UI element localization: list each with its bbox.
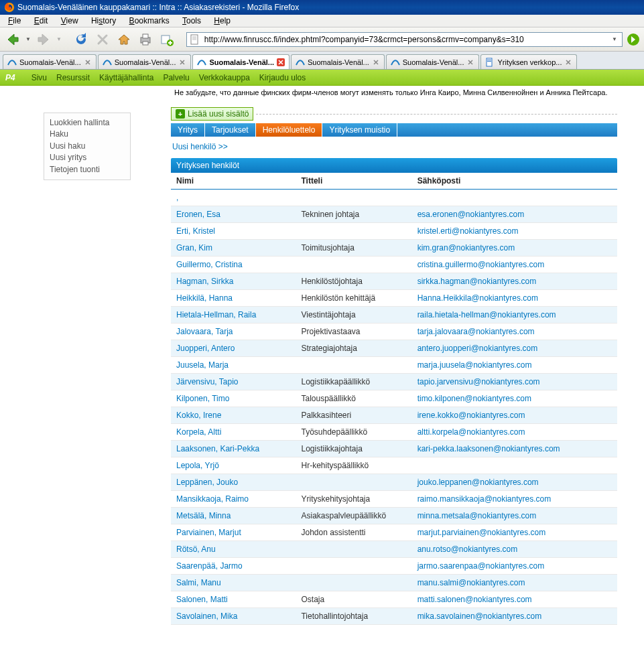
browser-tab[interactable]: Suomalais-Venäl... [98, 54, 192, 69]
home-button[interactable] [115, 31, 133, 48]
person-name-link[interactable]: Metsälä, Minna [176, 511, 231, 520]
browser-tab[interactable]: Suomalais-Venäl... [3, 54, 96, 69]
person-name-link[interactable]: Juusela, Marja [176, 360, 229, 370]
person-email-link[interactable]: kari-pekka.laaksonen@nokiantyres.com [417, 444, 560, 453]
browser-tab[interactable]: Suomalais-Venäl... [386, 54, 480, 69]
person-email-link[interactable]: marjut.parviainen@nokiantyres.com [417, 528, 546, 537]
close-icon[interactable] [372, 58, 380, 66]
person-email-link[interactable]: tapio.jarvensivu@nokiantyres.com [417, 377, 540, 386]
add-content-button[interactable]: + Lisää uusi sisältö [171, 107, 253, 121]
person-name-link[interactable]: Järvensivu, Tapio [176, 377, 239, 386]
appnav-sivu[interactable]: Sivu [31, 73, 47, 82]
reload-button[interactable] [72, 31, 90, 48]
person-name-link[interactable]: Parviainen, Marjut [176, 528, 241, 537]
person-email-link[interactable]: altti.korpela@nokiantyres.com [417, 427, 525, 437]
subtab[interactable]: Tarjoukset [205, 123, 256, 137]
sidebar-item[interactable]: Tietojen tuonti [50, 164, 125, 175]
person-email-link[interactable]: anu.rotso@nokiantyres.com [417, 545, 518, 554]
url-bar[interactable]: ▼ [186, 32, 623, 47]
subtab[interactable]: Yrityksen muistio [322, 123, 397, 137]
person-name-link[interactable]: Leppänen, Jouko [176, 478, 238, 487]
person-name-link[interactable]: Heikkilä, Hanna [176, 293, 233, 303]
appnav-kirjaudu-ulos[interactable]: Kirjaudu ulos [259, 73, 306, 82]
person-title: Johdon assistentti [296, 524, 411, 541]
close-icon[interactable] [564, 58, 572, 66]
menu-view[interactable]: View [56, 15, 84, 27]
person-name-link[interactable]: Erti, Kristel [176, 226, 215, 236]
back-dropdown-icon[interactable]: ▼ [25, 36, 31, 42]
person-email-link[interactable]: sirkka.hagman@nokiantyres.com [417, 277, 537, 286]
close-icon[interactable] [466, 58, 474, 66]
person-email-link[interactable]: esa.eronen@nokiantyres.com [417, 210, 525, 219]
subtab[interactable]: Yritys [171, 123, 205, 137]
person-email-link[interactable]: manu.salmi@nokiantyres.com [417, 578, 525, 587]
person-name-link[interactable]: Salonen, Matti [176, 595, 228, 604]
url-input[interactable] [203, 34, 610, 45]
sidebar-item[interactable]: Luokkien hallinta [50, 117, 125, 129]
tab-label: Suomalais-Venäl... [308, 58, 369, 66]
url-dropdown-icon[interactable]: ▼ [610, 36, 619, 42]
person-email-link[interactable]: minna.metsala@nokiantyres.com [417, 511, 537, 520]
person-email-link[interactable]: marja.juusela@nokiantyres.com [417, 360, 532, 370]
menu-edit[interactable]: Edit [29, 15, 54, 27]
person-name-link[interactable]: Korpela, Altti [176, 427, 221, 437]
close-icon[interactable] [84, 58, 92, 66]
menu-file[interactable]: File [3, 15, 26, 27]
new-person-link[interactable]: Uusi henkilö >> [172, 142, 228, 151]
person-title: Työsuhdepäällikkö [296, 424, 411, 441]
person-email-link[interactable]: jarmo.saarenpaa@nokiantyres.com [417, 561, 545, 571]
appnav-kayttajahallinta[interactable]: Käyttäjähallinta [99, 73, 153, 82]
person-email-link[interactable]: raila.hietala-hellman@nokiantyres.com [417, 310, 556, 319]
appnav-palvelu[interactable]: Palvelu [163, 73, 189, 82]
sidebar-item[interactable]: Uusi haku [50, 141, 125, 152]
person-name-link[interactable]: Gran, Kim [176, 243, 212, 253]
person-email-link[interactable]: tarja.jalovaara@nokiantyres.com [417, 327, 535, 336]
person-name-link[interactable]: Kilponen, Timo [176, 394, 229, 403]
person-name-link[interactable]: Guillermo, Cristina [176, 260, 243, 269]
subtab[interactable]: Henkilöluettelo [256, 123, 323, 137]
person-name-link[interactable]: Saarenpää, Jarmo [176, 561, 243, 571]
person-name-link[interactable]: Savolainen, Mika [176, 611, 237, 621]
person-name-link[interactable]: Mansikkaoja, Raimo [176, 494, 249, 504]
person-name-link[interactable]: Rötsö, Anu [176, 545, 216, 554]
back-button[interactable] [4, 31, 21, 48]
menu-tools[interactable]: Tools [177, 15, 206, 27]
print-button[interactable] [137, 31, 154, 48]
person-name-link[interactable]: Lepola, Yrjö [176, 461, 219, 470]
person-email-link[interactable]: kim.gran@nokiantyres.com [417, 243, 515, 253]
person-name-link[interactable]: Eronen, Esa [176, 210, 220, 219]
close-icon[interactable] [277, 58, 285, 66]
browser-tab[interactable]: Suomalais-Venäl... [291, 54, 385, 69]
person-name-link[interactable]: Kokko, Irene [176, 411, 221, 420]
person-title: Hr-kehityspäällikkö [296, 457, 411, 474]
person-name-link[interactable]: Laaksonen, Kari-Pekka [176, 444, 259, 453]
person-email-link[interactable]: cristina.guillermo@nokiantyres.com [417, 260, 545, 269]
person-email-link[interactable]: irene.kokko@nokiantyres.com [417, 411, 525, 420]
person-email-link[interactable]: mika.savolainen@nokiantyres.com [417, 611, 542, 621]
browser-tab[interactable]: Suomalais-Venäl... [192, 54, 289, 69]
person-email-link[interactable]: jouko.leppanen@nokiantyres.com [417, 478, 539, 487]
person-name-link[interactable]: Hagman, Sirkka [176, 277, 233, 286]
person-name-link[interactable]: Jalovaara, Tarja [176, 327, 233, 336]
person-email-link[interactable]: matti.salonen@nokiantyres.com [417, 595, 532, 604]
menu-help[interactable]: Help [208, 15, 236, 27]
appnav-resurssit[interactable]: Resurssit [56, 73, 90, 82]
person-email-link[interactable]: timo.kilponen@nokiantyres.com [417, 394, 531, 403]
menu-bookmarks[interactable]: Bookmarks [124, 15, 175, 27]
person-name-link[interactable]: Juopperi, Antero [176, 344, 235, 353]
person-email-link[interactable]: kristel.erti@nokiantyres.com [417, 226, 519, 236]
browser-tab[interactable]: Yrityksen verkkop... [480, 54, 577, 69]
person-email-link[interactable]: antero.juopperi@nokiantyres.com [417, 344, 538, 353]
appnav-verkkokauppa[interactable]: Verkkokauppa [199, 73, 250, 82]
menu-history[interactable]: History [86, 15, 121, 27]
person-email-link[interactable]: raimo.mansikkaoja@nokiantyres.com [417, 494, 552, 504]
person-email-link[interactable]: Hanna.Heikkila@nokiantyres.com [417, 293, 538, 303]
go-button[interactable] [627, 33, 640, 46]
close-icon[interactable] [178, 58, 186, 66]
sidebar-item[interactable]: Haku [50, 129, 125, 140]
person-name-link[interactable]: , [176, 193, 178, 202]
sidebar-item[interactable]: Uusi yritys [50, 152, 125, 163]
person-name-link[interactable]: Hietala-Hellman, Raila [176, 310, 256, 319]
person-name-link[interactable]: Salmi, Manu [176, 578, 221, 587]
new-tab-button[interactable] [158, 31, 176, 48]
